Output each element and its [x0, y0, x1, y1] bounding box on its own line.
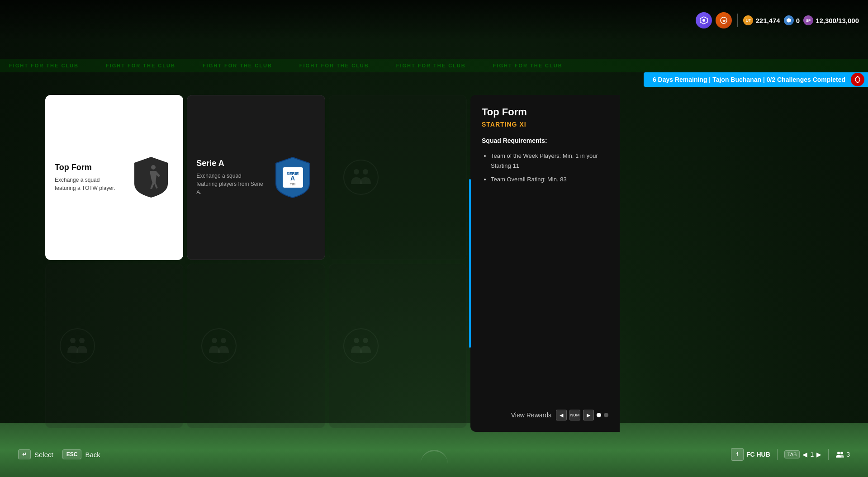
- panel-accent: [469, 179, 471, 348]
- fc-icon: f: [731, 448, 744, 461]
- svg-point-13: [60, 329, 95, 363]
- top-form-text: Top Form Exchange a squad featuring a TO…: [55, 163, 122, 192]
- svg-point-11: [354, 169, 359, 175]
- stadium-strip-text: FIGHT FOR THE CLUB: [9, 63, 79, 68]
- svg-point-23: [840, 452, 843, 454]
- challenge-banner: 6 Days Remaining | Tajon Buchanan | 0/2 …: [644, 72, 868, 87]
- top-form-card[interactable]: Top Form Exchange a squad featuring a TO…: [45, 95, 183, 260]
- svg-point-17: [212, 338, 217, 343]
- svg-point-18: [221, 338, 226, 343]
- placeholder-card-3: [187, 264, 325, 429]
- coin-icon: UT: [743, 15, 753, 25]
- coins-currency: UT 221,474: [743, 15, 780, 25]
- bottom-bar: ↵ Select ESC Back f FC HUB TAB ◀ 1 ▶: [0, 432, 868, 477]
- select-label: Select: [34, 451, 53, 458]
- svg-point-1: [702, 19, 705, 22]
- select-hint: ↵ Select: [18, 449, 53, 459]
- sp-currency: SP 12,300/13,000: [803, 15, 859, 25]
- sp-icon: SP: [803, 15, 813, 25]
- serie-a-card[interactable]: Serie A Exchange a squad featuring playe…: [187, 95, 325, 260]
- cards-area: Top Form Exchange a squad featuring a TO…: [45, 95, 470, 432]
- requirements-list: Team of the Week Players: Min. 1 in your…: [482, 151, 608, 188]
- top-form-badge: [128, 152, 174, 202]
- svg-text:★: ★: [722, 19, 726, 23]
- hud-bar: ★ UT 221,474 0 SP 12,300/13,000: [0, 0, 868, 41]
- tab-icon: TAB: [784, 450, 800, 458]
- requirement-item-1: Team of the Week Players: Min. 1 in your…: [491, 151, 608, 171]
- panel-subtitle: STARTING XI: [482, 121, 608, 128]
- svg-point-12: [363, 169, 368, 175]
- view-rewards-label: View Rewards: [511, 411, 551, 419]
- rewards-num-btn: NUM: [569, 410, 580, 420]
- tokens-currency: 0: [784, 15, 800, 25]
- right-panel: Top Form STARTING XI Squad Requirements:…: [470, 95, 620, 432]
- main-content: Top Form Exchange a squad featuring a TO…: [45, 95, 868, 432]
- page-next[interactable]: ▶: [816, 451, 821, 458]
- tokens-value: 0: [796, 17, 800, 24]
- svg-text:A: A: [290, 175, 295, 182]
- bottom-left: ↵ Select ESC Back: [18, 449, 100, 459]
- placeholder-badge-1: [338, 152, 384, 202]
- people-indicator: 3: [835, 450, 850, 459]
- placeholder-card-2: [45, 264, 183, 429]
- coins-value: 221,474: [755, 17, 780, 24]
- bottom-right: f FC HUB TAB ◀ 1 ▶ 3: [731, 448, 850, 461]
- page-prev[interactable]: ◀: [802, 451, 807, 458]
- bottom-divider: [777, 449, 778, 460]
- back-key: ESC: [62, 449, 82, 459]
- view-rewards: View Rewards ◀ NUM ▶: [482, 401, 608, 420]
- back-hint: ESC Back: [62, 449, 100, 459]
- rewards-nav: ◀ NUM ▶: [556, 410, 608, 420]
- fc-hub: f FC HUB: [731, 448, 770, 461]
- placeholder-card-4: [329, 264, 467, 429]
- serie-a-text: Serie A Exchange a squad featuring playe…: [196, 159, 263, 196]
- dot-inactive: [604, 413, 608, 417]
- stadium-strip-text: FIGHT FOR THE CLUB: [106, 63, 175, 68]
- stadium-strip-text: FIGHT FOR THE CLUB: [396, 63, 466, 68]
- serie-a-desc: Exchange a squad featuring players from …: [196, 172, 263, 196]
- requirement-item-2: Team Overall Rating: Min. 83: [491, 175, 608, 184]
- svg-point-16: [202, 329, 236, 363]
- serie-a-badge-container: SERIE A TIM: [270, 152, 316, 202]
- page-indicator: TAB ◀ 1 ▶: [784, 450, 821, 458]
- svg-point-20: [354, 338, 359, 343]
- stadium-strip-text: FIGHT FOR THE CLUB: [493, 63, 563, 68]
- svg-point-19: [344, 329, 378, 363]
- placeholder-badge-3: [196, 321, 242, 371]
- serie-a-title: Serie A: [196, 159, 263, 168]
- hud-right: ★ UT 221,474 0 SP 12,300/13,000: [696, 12, 859, 28]
- top-form-desc: Exchange a squad featuring a TOTW player…: [55, 176, 122, 192]
- svg-point-5: [151, 165, 156, 170]
- svg-point-14: [70, 338, 76, 343]
- division-icon: [696, 12, 712, 28]
- challenge-banner-text: 6 Days Remaining | Tajon Buchanan | 0/2 …: [653, 76, 845, 83]
- dot-active: [597, 413, 601, 417]
- page-number: 1: [810, 451, 814, 458]
- rewards-prev-btn[interactable]: ◀: [556, 410, 567, 420]
- placeholder-card-1: [329, 95, 467, 260]
- hud-divider: [737, 14, 738, 27]
- token-icon: [784, 15, 794, 25]
- rewards-next-btn[interactable]: ▶: [583, 410, 594, 420]
- sp-value: 12,300/13,000: [816, 17, 859, 24]
- fc-hub-label-text: FC HUB: [746, 451, 770, 458]
- svg-point-15: [79, 338, 85, 343]
- svg-point-21: [363, 338, 368, 343]
- league-icon: ★: [716, 12, 732, 28]
- stadium-strip-text: FIGHT FOR THE CLUB: [299, 63, 369, 68]
- stadium-strip: FIGHT FOR THE CLUB FIGHT FOR THE CLUB FI…: [0, 59, 868, 72]
- placeholder-badge-4: [338, 321, 384, 371]
- select-key: ↵: [18, 449, 31, 459]
- requirements-header: Squad Requirements:: [482, 137, 608, 144]
- player-count: 3: [846, 451, 850, 458]
- stadium-strip-text: FIGHT FOR THE CLUB: [203, 63, 272, 68]
- challenge-icon: [851, 73, 864, 86]
- back-label: Back: [85, 451, 100, 458]
- svg-point-10: [344, 160, 378, 194]
- bottom-divider-2: [828, 449, 829, 460]
- panel-title: Top Form: [482, 106, 608, 118]
- placeholder-badge-2: [55, 321, 100, 371]
- svg-marker-4: [787, 18, 791, 23]
- svg-text:TIM: TIM: [290, 183, 295, 186]
- top-form-title: Top Form: [55, 163, 122, 172]
